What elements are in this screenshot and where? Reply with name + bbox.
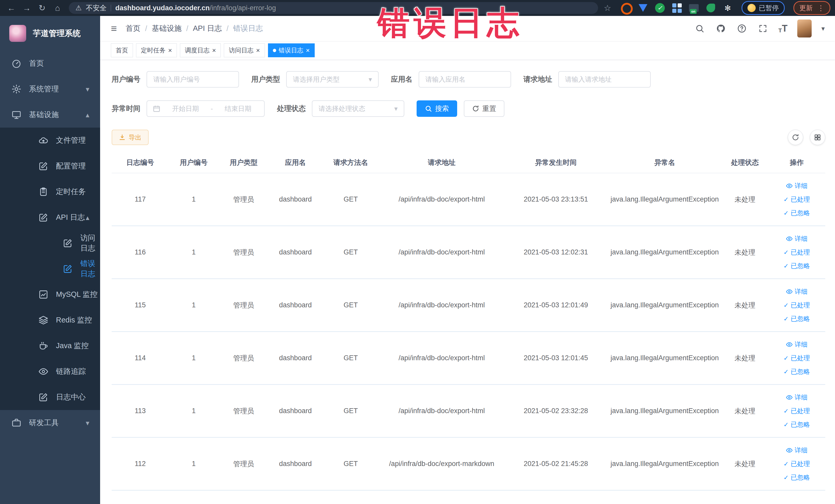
close-icon[interactable]: × bbox=[256, 47, 260, 54]
sidebar-item-label: 链路追踪 bbox=[56, 366, 86, 377]
action-processed-link[interactable]: ✓已处理 bbox=[783, 248, 810, 257]
user-type-select[interactable]: 请选择用户类型 ▾ bbox=[286, 71, 379, 87]
status-select[interactable]: 请选择处理状态 ▾ bbox=[312, 100, 404, 117]
refresh-icon[interactable] bbox=[788, 130, 803, 145]
extension-icon-green-check[interactable]: ✓ bbox=[655, 3, 665, 13]
action-detail-link[interactable]: 详细 bbox=[786, 340, 808, 349]
search-icon[interactable] bbox=[694, 23, 705, 34]
column-header: 用户类型 bbox=[219, 158, 269, 167]
browser-forward-button[interactable]: → bbox=[20, 1, 33, 15]
action-processed-link[interactable]: ✓已处理 bbox=[783, 195, 810, 204]
breadcrumb-item[interactable]: API 日志 bbox=[193, 23, 222, 34]
eye-icon bbox=[786, 341, 793, 348]
browser-home-button[interactable]: ⌂ bbox=[51, 1, 64, 15]
cloud-upload-icon bbox=[39, 136, 48, 145]
github-icon[interactable] bbox=[715, 23, 727, 34]
action-ignored-link[interactable]: ✓已忽略 bbox=[783, 315, 810, 323]
hamburger-menu-icon[interactable]: ≡ bbox=[111, 23, 117, 35]
extension-icon-orange[interactable] bbox=[621, 3, 631, 13]
action-detail-link[interactable]: 详细 bbox=[786, 393, 808, 402]
request-url-input[interactable] bbox=[558, 71, 651, 87]
extension-icon-leaf[interactable] bbox=[706, 3, 716, 13]
browser-menu-icon[interactable]: ⋮ bbox=[817, 4, 824, 12]
sidebar-item-5[interactable]: 定时任务 bbox=[0, 179, 100, 205]
search-button[interactable]: 搜索 bbox=[416, 100, 457, 117]
action-detail-link[interactable]: 详细 bbox=[786, 182, 808, 190]
action-detail-link[interactable]: 详细 bbox=[786, 446, 808, 455]
fullscreen-icon[interactable] bbox=[757, 23, 769, 34]
check-icon: ✓ bbox=[783, 475, 789, 481]
browser-refresh-button[interactable]: ↻ bbox=[36, 1, 49, 15]
action-processed-link[interactable]: ✓已处理 bbox=[783, 407, 810, 415]
tag-访问日志[interactable]: 访问日志× bbox=[224, 43, 265, 57]
sidebar-item-8[interactable]: 错误日志 bbox=[0, 256, 100, 282]
action-ignored-link[interactable]: ✓已忽略 bbox=[783, 262, 810, 270]
sidebar-item-12[interactable]: 链路追踪 bbox=[0, 359, 100, 384]
user-avatar[interactable] bbox=[797, 20, 812, 38]
cell-method: GET bbox=[322, 248, 379, 256]
cell-method: GET bbox=[322, 195, 379, 203]
export-button[interactable]: 导出 bbox=[111, 130, 149, 145]
url-domain: dashboard.yudao.iocoder.cn bbox=[115, 4, 210, 12]
tag-错误日志[interactable]: 错误日志× bbox=[268, 43, 315, 57]
table-settings bbox=[788, 130, 825, 145]
user-id-input[interactable] bbox=[147, 71, 239, 87]
extension-icon-grid[interactable] bbox=[672, 3, 682, 13]
column-settings-icon[interactable] bbox=[810, 130, 825, 145]
action-processed-link[interactable]: ✓已处理 bbox=[783, 301, 810, 309]
help-icon[interactable] bbox=[736, 23, 748, 34]
close-icon[interactable]: × bbox=[306, 47, 310, 54]
close-icon[interactable]: × bbox=[168, 47, 172, 54]
breadcrumb-item[interactable]: 基础设施 bbox=[152, 23, 182, 34]
bookmark-star-icon[interactable]: ☆ bbox=[604, 3, 611, 13]
tag-定时任务[interactable]: 定时任务× bbox=[136, 43, 177, 57]
chevron-down-icon bbox=[86, 85, 89, 94]
update-button[interactable]: 更新 ⋮ bbox=[793, 1, 830, 15]
sidebar-item-label: 配置管理 bbox=[56, 161, 86, 171]
sidebar-item-1[interactable]: 系统管理 bbox=[0, 76, 100, 102]
sidebar-item-7[interactable]: 访问日志 bbox=[0, 230, 100, 256]
close-icon[interactable]: × bbox=[212, 47, 216, 54]
sidebar-item-9[interactable]: MySQL 监控 bbox=[0, 282, 100, 307]
sidebar-item-11[interactable]: Java 监控 bbox=[0, 333, 100, 359]
action-ignored-link[interactable]: ✓已忽略 bbox=[783, 420, 810, 429]
reset-button[interactable]: 重置 bbox=[464, 100, 504, 117]
tag-首页[interactable]: 首页 bbox=[111, 43, 133, 57]
cell-user_id: 1 bbox=[169, 354, 219, 362]
action-detail-link[interactable]: 详细 bbox=[786, 235, 808, 243]
action-ignored-link[interactable]: ✓已忽略 bbox=[783, 367, 810, 376]
browser-back-button[interactable]: ← bbox=[5, 1, 18, 15]
sidebar-item-13[interactable]: 日志中心 bbox=[0, 384, 100, 410]
action-processed-link[interactable]: ✓已处理 bbox=[783, 354, 810, 362]
tag-调度日志[interactable]: 调度日志× bbox=[180, 43, 221, 57]
sidebar-item-14[interactable]: 研发工具 bbox=[0, 410, 100, 436]
extension-icon-dark-on[interactable]: on bbox=[689, 3, 699, 13]
sidebar-item-3[interactable]: 文件管理 bbox=[0, 127, 100, 153]
sidebar-item-0[interactable]: 首页 bbox=[0, 51, 100, 76]
cell-method: GET bbox=[322, 354, 379, 362]
browser-toolbar: ← → ↻ ⌂ ⚠ 不安全 dashboard.yudao.iocoder.cn… bbox=[0, 0, 835, 16]
emoji-face-icon bbox=[748, 4, 756, 12]
action-ignored-link[interactable]: ✓已忽略 bbox=[783, 209, 810, 217]
tags-view-bar: 首页定时任务×调度日志×访问日志×错误日志× bbox=[100, 41, 835, 60]
sidebar-item-10[interactable]: Redis 监控 bbox=[0, 307, 100, 333]
chevron-down-icon[interactable]: ▾ bbox=[821, 25, 825, 33]
address-bar[interactable]: ⚠ 不安全 dashboard.yudao.iocoder.cn/infra/l… bbox=[69, 2, 598, 14]
sidebar-logo[interactable]: 芋道管理系统 bbox=[0, 16, 100, 51]
app-name-input[interactable] bbox=[419, 71, 511, 87]
action-ignored-link[interactable]: ✓已忽略 bbox=[783, 473, 810, 482]
action-detail-link[interactable]: 详细 bbox=[786, 287, 808, 296]
tag-label: 错误日志 bbox=[279, 46, 303, 55]
sidebar-item-2[interactable]: 基础设施 bbox=[0, 102, 100, 127]
breadcrumb-item[interactable]: 首页 bbox=[125, 23, 140, 34]
action-processed-link[interactable]: ✓已处理 bbox=[783, 460, 810, 468]
sidebar-item-6[interactable]: API 日志 bbox=[0, 205, 100, 230]
extension-icon-paw[interactable]: ✻ bbox=[722, 3, 733, 13]
extension-icon-blue-shield[interactable] bbox=[638, 3, 648, 13]
date-range-picker[interactable]: 开始日期 - 结束日期 bbox=[147, 100, 265, 117]
sidebar-item-4[interactable]: 配置管理 bbox=[0, 153, 100, 179]
filter-status: 处理状态 请选择处理状态 ▾ bbox=[277, 100, 404, 117]
font-size-icon[interactable]: TT bbox=[778, 23, 787, 34]
paused-button[interactable]: 已暂停 bbox=[741, 1, 785, 15]
cell-actions: 详细✓已处理✓已忽略 bbox=[768, 393, 825, 429]
